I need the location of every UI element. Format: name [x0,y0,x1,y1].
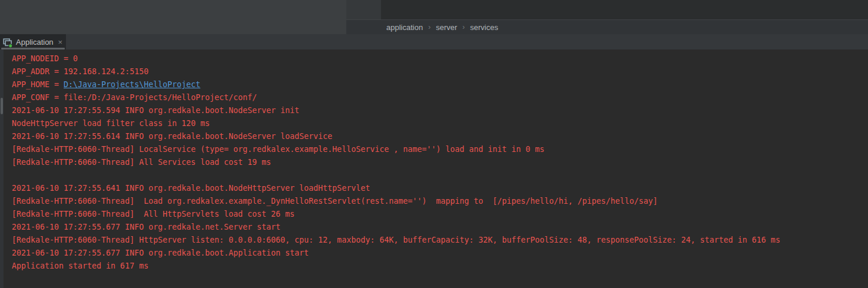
console-line: 2021-06-10 17:27:55.594 INFO org.redkale… [12,104,868,117]
breadcrumb: application›server›services [346,19,868,34]
breadcrumb-item-application[interactable]: application [386,23,423,32]
scrollbar-thumb[interactable] [1,98,3,114]
console-line: NodeHttpServer load filter class in 120 … [12,117,868,130]
console-line: [Redkale-HTTP:6060-Thread] HttpServer li… [12,234,868,247]
console-output[interactable]: APP_NODEID = 0APP_ADDR = 192.168.124.2:5… [0,49,868,288]
left-scrollbar[interactable] [0,49,4,288]
console-line: APP_NODEID = 0 [12,52,868,65]
chevron-right-icon: › [428,23,430,31]
editor-left-panel [0,0,346,34]
console-line: [Redkale-HTTP:6060-Thread] Load org.redk… [12,195,868,208]
console-line [12,169,868,182]
ide-window: application›server›services Application … [0,0,868,288]
console-line: 2021-06-10 17:27:55.677 INFO org.redkale… [12,247,868,260]
console-line: APP_ADDR = 192.168.124.2:5150 [12,65,868,78]
console-line: [Redkale-HTTP:6060-Thread] LocalService … [12,143,868,156]
chevron-right-icon: › [462,23,465,31]
console-line: APP_HOME = D:\Java-Projects\HelloProject [12,78,868,91]
console-line: 2021-06-10 17:27:55.614 INFO org.redkale… [12,130,868,143]
breadcrumb-item-services[interactable]: services [470,23,498,32]
console-line: 2021-06-10 17:27:55.641 INFO org.redkale… [12,182,868,195]
console-line: Application started in 617 ms [12,260,868,273]
console-line: APP_CONF = file:/D:/Java-Projects/HelloP… [12,91,868,104]
console-log: APP_NODEID = 0APP_ADDR = 192.168.124.2:5… [12,52,868,273]
tab-application[interactable]: Application × [0,34,66,49]
console-text: APP_HOME = [12,80,64,89]
console-run-icon [3,38,13,48]
console-line: 2021-06-10 17:27:55.677 INFO org.redkale… [12,221,868,234]
tab-label: Application [16,38,54,47]
breadcrumb-item-server[interactable]: server [436,23,457,32]
close-icon[interactable]: × [58,38,63,46]
editor-gutter [346,0,381,19]
editor-area [381,0,868,19]
console-tab-strip: Application × [0,34,868,49]
file-link[interactable]: D:\Java-Projects\HelloProject [64,80,200,89]
console-line: [Redkale-HTTP:6060-Thread] All Services … [12,156,868,169]
console-line: [Redkale-HTTP:6060-Thread] All HttpServl… [12,208,868,221]
